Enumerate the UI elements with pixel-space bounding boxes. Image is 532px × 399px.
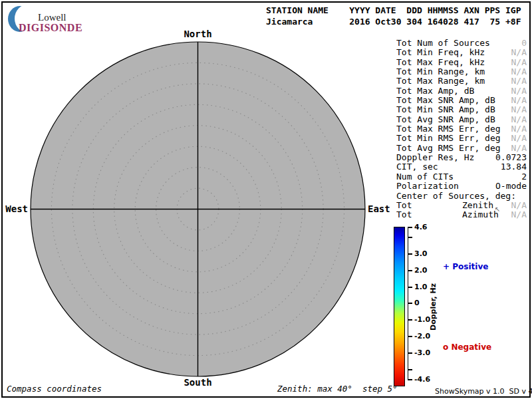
stat-label: Num of CITs	[396, 172, 454, 182]
stat-value: N/A	[511, 86, 527, 96]
stat-value: N/A	[511, 76, 527, 86]
stat-value: N/A	[511, 210, 527, 219]
stat-value: N/A	[511, 67, 527, 76]
stat-label: Tot Avg RMS Err, deg	[396, 143, 501, 153]
stat-row: Tot Min RMS Err, degN/A	[396, 134, 527, 143]
colorbar-tick-label: 3.0	[414, 249, 428, 258]
stat-label: Tot Min Range, km	[396, 66, 485, 76]
mouse-cursor-icon: ↖	[495, 205, 500, 213]
stat-value: N/A	[511, 48, 527, 57]
stat-value: 13.84	[501, 162, 527, 172]
stat-label: Tot Min SNR Amp, dB	[396, 104, 495, 114]
colorbar-tick-label: 2.0	[414, 266, 428, 275]
colorbar-gradient	[394, 227, 405, 386]
stat-value: N/A	[511, 124, 527, 134]
colorbar-tick-label: -1.0	[414, 315, 430, 324]
legend-positive: + Positive	[443, 262, 488, 271]
stat-label: Doppler Res, Hz	[396, 152, 474, 162]
stat-sublabel: Azimuth	[462, 210, 499, 219]
colorbar-tick	[408, 319, 412, 321]
header-column-labels: STATION NAME YYYY DATE DDD HHMMSS AXN PP…	[266, 5, 521, 15]
colorbar-title: Doppler, Hz	[429, 283, 438, 331]
stat-label: Tot Max Amp, dB	[396, 86, 474, 96]
stat-label: Tot Max RMS Err, deg	[396, 124, 501, 134]
stat-value: 0.0723	[495, 153, 527, 162]
stat-value: N/A	[511, 144, 527, 153]
stat-value: N/A	[511, 58, 527, 67]
stat-row: Tot Min Freq, kHzN/A	[396, 48, 527, 57]
skymap-polar-plot	[30, 41, 366, 377]
stat-row: PolarizationO-mode	[396, 182, 527, 191]
colorbar-tick-label: 0	[414, 299, 420, 307]
colorbar-tick-label: 4.6	[414, 223, 428, 231]
stat-row: Doppler Res, Hz0.0723	[396, 153, 527, 162]
stat-label: Tot Num of Sources	[396, 38, 490, 48]
stat-value: N/A	[511, 115, 527, 124]
stat-row: Tot Max Range, kmN/A	[396, 76, 527, 86]
colorbar-tick	[408, 270, 412, 271]
colorbar-tick	[408, 303, 412, 304]
legend-negative: o Negative	[443, 342, 491, 352]
colorbar-tick	[408, 352, 412, 354]
stat-row: Tot Min Range, kmN/A	[396, 67, 527, 76]
colorbar-tick	[408, 253, 412, 255]
stat-label: Polarization	[396, 181, 459, 191]
stat-value: N/A	[511, 96, 527, 105]
stat-value: 0	[521, 39, 527, 48]
stat-row: Tot Max RMS Err, degN/A	[396, 124, 527, 134]
compass-label-west: West	[0, 203, 28, 214]
stats-panel: Tot Num of Sources0Tot Min Freq, kHzN/AT…	[396, 39, 527, 220]
stat-label: Tot Max Range, km	[396, 76, 485, 86]
stat-row: Num of CITs2	[396, 172, 527, 182]
stat-value: N/A	[511, 134, 527, 143]
colorbar-tick	[408, 237, 412, 238]
stat-value: N/A	[511, 201, 527, 210]
colorbar-tick	[408, 379, 412, 380]
stat-label: Tot Avg SNR Amp, dB	[396, 114, 495, 124]
stat-row: Tot Num of Sources0	[396, 39, 527, 48]
stat-label: Tot Max SNR Amp, dB	[396, 95, 495, 105]
stat-sublabel: Zenith	[462, 201, 493, 210]
compass-label-east: East	[368, 203, 390, 214]
colorbar-tick-label: -2.0	[414, 332, 430, 340]
coordinates-mode-label: Compass coordinates	[7, 384, 102, 394]
colorbar-tick	[408, 287, 412, 288]
zenith-range-label: Zenith: max 40° step 5°	[277, 384, 398, 394]
stat-label: Tot Max Freq, kHz	[396, 57, 485, 67]
stat-row: Tot Max Amp, dBN/A	[396, 86, 527, 96]
stat-label: CIT, sec	[396, 162, 438, 172]
stat-row: Tot Max Freq, kHzN/A	[396, 58, 527, 67]
stat-label: Tot	[396, 200, 412, 210]
header-station-values: Jicamarca 2016 Oct30 304 164028 417 75 +…	[266, 17, 521, 27]
colorbar-tick	[408, 336, 412, 337]
stat-row: Center of Sources, deg:	[396, 192, 527, 201]
stat-value: O-mode	[495, 182, 527, 191]
stat-row: Tot Avg RMS Err, degN/A	[396, 144, 527, 153]
stat-row: TotZenithN/A	[396, 201, 527, 210]
software-version-label: ShowSkymap v 1.0 SD v 4.2	[435, 387, 532, 396]
stat-label: Tot Min RMS Err, deg	[396, 133, 501, 143]
stat-label: Tot	[396, 209, 412, 219]
colorbar-tick	[408, 369, 412, 370]
colorbar-tick-label: 1.0	[414, 283, 428, 291]
colorbar-tick	[408, 227, 412, 228]
stat-row: Tot Max SNR Amp, dBN/A	[396, 96, 527, 105]
stat-value: 2	[521, 172, 527, 182]
colorbar-tick-label: -3.0	[414, 348, 430, 357]
stat-row: Tot Avg SNR Amp, dBN/A	[396, 115, 527, 124]
stat-row: Tot Min SNR Amp, dBN/A	[396, 105, 527, 114]
stat-row: TotAzimuthN/A	[396, 210, 527, 219]
stat-value: N/A	[511, 105, 527, 114]
doppler-colorbar: 4.63.02.01.00-1.0-2.0-3.0-4.6	[394, 227, 527, 390]
compass-label-north: North	[30, 29, 366, 39]
stat-row: CIT, sec13.84	[396, 162, 527, 172]
colorbar-tick-label: -4.6	[414, 375, 430, 384]
stat-label: Center of Sources, deg:	[396, 191, 516, 201]
stat-label: Tot Min Freq, kHz	[396, 47, 485, 57]
